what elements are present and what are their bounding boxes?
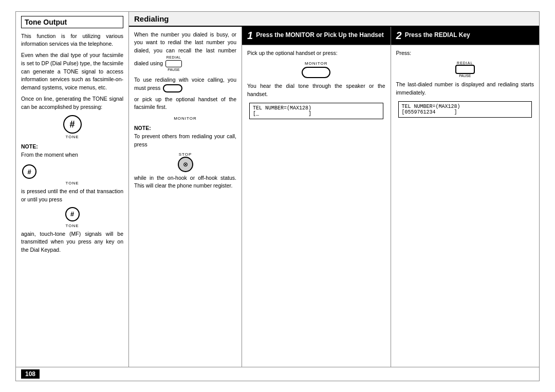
stop-btn-block: STOP ⊗ — [134, 152, 236, 172]
redial-key-label: REDIAL — [457, 61, 473, 65]
page-number: 108 — [21, 369, 40, 379]
step2-para2: The last-dialed number is displayed and … — [396, 81, 534, 97]
stop-label: STOP — [134, 152, 236, 157]
tone-label: TONE — [21, 135, 123, 139]
stop-symbol: ⊗ — [183, 161, 188, 168]
stop-icon: ⊗ — [178, 157, 193, 172]
step2-tel-display: TEL NUMBER=(MAX128) [0559761234 ] — [398, 101, 532, 118]
page-footer: 108 — [16, 367, 539, 381]
step2-title: Press the REDIAL Key — [405, 31, 470, 40]
step2-header: 2 Press the REDIAL Key — [391, 27, 540, 45]
step2-number: 2 — [396, 30, 402, 42]
pause-inline-label: PAUSE — [168, 67, 179, 73]
redial-key-sublabel: PAUSE — [459, 74, 471, 78]
tone-para3: Once on line, generating the TONE signal… — [21, 95, 123, 111]
steps-headers: 1 Press the MONITOR or Pick Up the Hands… — [242, 27, 539, 45]
tone-label2: TONE — [21, 181, 123, 185]
tone-para1: This function is for utilizing various i… — [21, 32, 123, 49]
redialing-intro3: or pick up the optional handset of the f… — [134, 96, 236, 112]
monitor-icon-big-label: MONITOR — [247, 61, 385, 66]
steps-content: Pick up the optional handset or press: M… — [242, 45, 539, 367]
tone-label3: TONE — [21, 223, 123, 228]
redial-inline-btn — [165, 60, 182, 67]
tone-note: NOTE: From the moment when # TONE is pre… — [21, 143, 123, 254]
tone-note-text2: is pressed until the end of that transac… — [21, 188, 123, 204]
redial-icon-block: REDIAL PAUSE — [396, 61, 534, 78]
page-body: Tone Output This function is for utilizi… — [16, 12, 539, 367]
tone-note-label: NOTE: — [21, 143, 123, 150]
step2-content: Press: REDIAL PAUSE The last-dialed numb… — [391, 45, 540, 367]
tone-para2: Even when the dial type of your facsimil… — [21, 51, 123, 92]
hashtag-icon: # — [63, 115, 82, 134]
redialing-note-label: NOTE: — [134, 125, 236, 131]
monitor-label-center: MONITOR — [134, 115, 236, 121]
step1-title: Press the MONITOR or Pick Up the Handset — [256, 31, 384, 40]
right-area: Redialing When the number you dialed is … — [129, 12, 539, 367]
monitor-btn-inline — [163, 84, 182, 92]
page: Tone Output This function is for utilizi… — [15, 11, 540, 381]
redial-btn-inline: REDIAL PAUSE — [165, 55, 182, 73]
redialing-intro1: When the number you dialed is busy, or y… — [134, 31, 236, 73]
tone-output-title: Tone Output — [21, 16, 123, 28]
redialing-intro2: To use redialing with voice calling, you… — [134, 76, 236, 92]
redialing-title: Redialing — [129, 12, 539, 27]
step1-tel-display: TEL NUMBER=(MAX128) [_ ] — [249, 103, 383, 119]
tone-note-text1: From the moment when — [21, 151, 123, 159]
tone-output-column: Tone Output This function is for utilizi… — [16, 12, 129, 367]
redial-inline-label: REDIAL — [166, 55, 181, 61]
hashtag-icon-block: # TONE — [21, 115, 123, 139]
step2-para1: Press: — [396, 49, 534, 58]
redialing-note-para1: To prevent others from redialing your ca… — [134, 133, 236, 149]
monitor-icon-big-block: MONITOR — [247, 61, 385, 78]
step1-number: 1 — [247, 30, 253, 42]
monitor-icon-label: MONITOR — [174, 116, 197, 121]
step1-header: 1 Press the MONITOR or Pick Up the Hands… — [242, 27, 391, 45]
step1-content: Pick up the optional handset or press: M… — [242, 45, 391, 367]
redialing-note: NOTE: To prevent others from redialing y… — [134, 125, 236, 190]
step1-para1: Pick up the optional handset or press: — [247, 49, 385, 58]
step1-para2: You hear the dial tone through the speak… — [247, 82, 385, 99]
right-inner: When the number you dialed is busy, or y… — [129, 27, 539, 367]
hashtag-icon3-block: # — [21, 207, 123, 221]
redialing-text-column: When the number you dialed is busy, or y… — [129, 27, 242, 367]
steps-area: 1 Press the MONITOR or Pick Up the Hands… — [242, 27, 539, 367]
redialing-note-para2: while in the on-hook or off-hook status.… — [134, 174, 236, 191]
redial-key-body — [455, 65, 475, 74]
tone-note-text3: again, touch-tone (MF) signals will be t… — [21, 230, 123, 254]
hashtag-icon3: # — [65, 207, 80, 221]
hashtag-icon2: # — [22, 164, 36, 179]
monitor-icon-big — [302, 67, 330, 78]
hashtag-icon2-block: # — [21, 164, 38, 179]
